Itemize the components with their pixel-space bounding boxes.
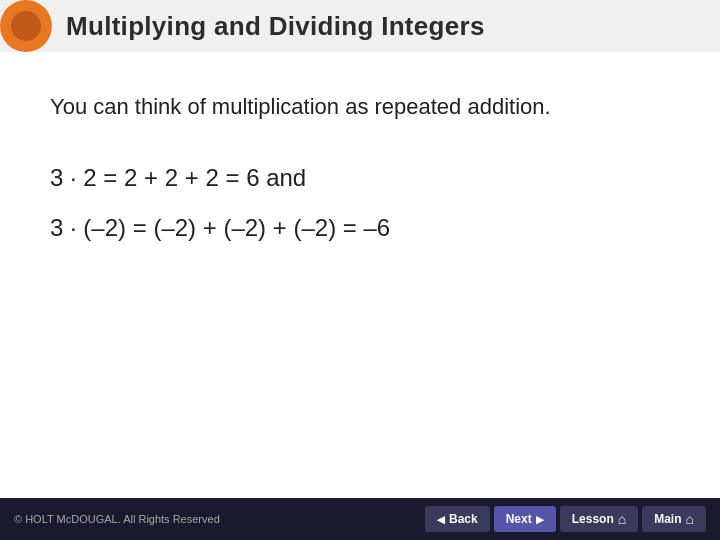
- next-arrow-icon: ▶: [536, 514, 544, 525]
- main-label: Main: [654, 512, 681, 526]
- header-icon-inner: [11, 11, 41, 41]
- footer-bar: © HOLT McDOUGAL. All Rights Reserved ◀ B…: [0, 498, 720, 540]
- page-title: Multiplying and Dividing Integers: [66, 11, 485, 42]
- equation-2: 3 · (–2) = (–2) + (–2) + (–2) = –6: [50, 209, 670, 247]
- footer-nav: ◀ Back Next ▶ Lesson ⌂ Main ⌂: [425, 506, 706, 532]
- header-icon: [0, 0, 52, 52]
- header-bar: Multiplying and Dividing Integers: [0, 0, 720, 52]
- lesson-button[interactable]: Lesson ⌂: [560, 506, 638, 532]
- next-button[interactable]: Next ▶: [494, 506, 556, 532]
- back-label: Back: [449, 512, 478, 526]
- back-button[interactable]: ◀ Back: [425, 506, 490, 532]
- copyright-text: © HOLT McDOUGAL. All Rights Reserved: [14, 513, 220, 525]
- main-home-icon: ⌂: [686, 511, 694, 527]
- back-arrow-icon: ◀: [437, 514, 445, 525]
- main-content: You can think of multiplication as repea…: [0, 52, 720, 280]
- lesson-home-icon: ⌂: [618, 511, 626, 527]
- lesson-label: Lesson: [572, 512, 614, 526]
- equation-1: 3 · 2 = 2 + 2 + 2 = 6 and: [50, 159, 670, 197]
- intro-text: You can think of multiplication as repea…: [50, 92, 670, 123]
- equation-block-2: 3 · (–2) = (–2) + (–2) + (–2) = –6: [50, 209, 670, 247]
- next-label: Next: [506, 512, 532, 526]
- main-button[interactable]: Main ⌂: [642, 506, 706, 532]
- equation-block-1: 3 · 2 = 2 + 2 + 2 = 6 and: [50, 159, 670, 197]
